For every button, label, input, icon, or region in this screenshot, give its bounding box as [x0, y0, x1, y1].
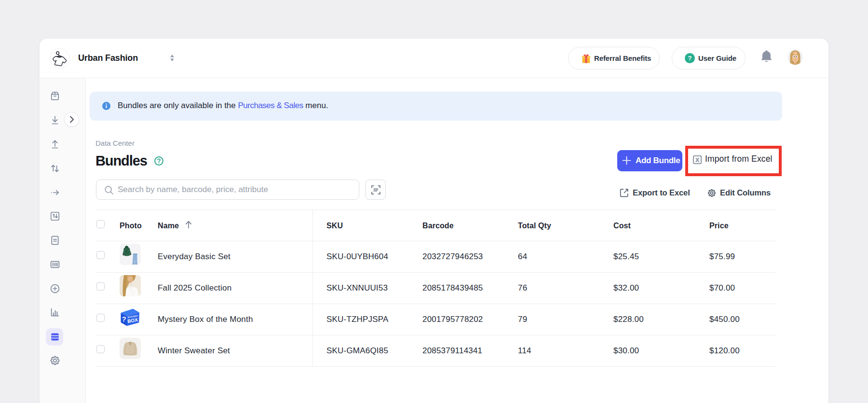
svg-text:?: ? [688, 55, 692, 62]
svg-text:?: ? [122, 315, 126, 323]
svg-text:X: X [695, 156, 700, 163]
